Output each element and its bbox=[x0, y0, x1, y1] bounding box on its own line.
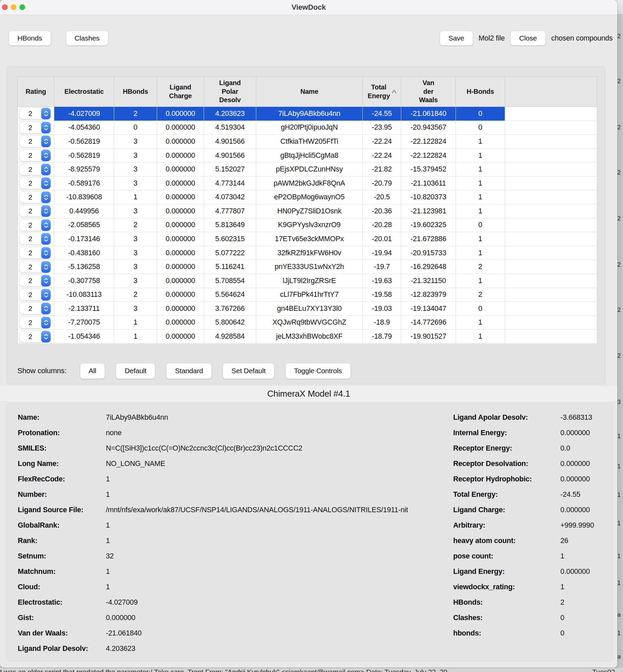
rating-control[interactable]: 2 bbox=[20, 205, 51, 217]
rating-control[interactable]: 2 bbox=[20, 192, 51, 203]
rating-stepper-icon[interactable] bbox=[41, 192, 51, 203]
rating-control[interactable]: 2 bbox=[20, 108, 51, 119]
table-row[interactable]: 2-0.58917630.0000004.773144pAWM2bkGJdkF8… bbox=[18, 177, 597, 191]
column-header-van-der-waals[interactable]: Van der Waals bbox=[401, 77, 456, 107]
rating-stepper-icon[interactable] bbox=[41, 261, 51, 273]
rating-stepper-icon[interactable] bbox=[41, 220, 51, 231]
table-row[interactable]: 2-10.08311320.0000005.564624cLl7FbPk41hr… bbox=[18, 288, 597, 302]
table-row[interactable]: 2-4.02700920.0000004.2036237iLAby9ABkb6u… bbox=[18, 107, 597, 121]
rating-value: 2 bbox=[20, 207, 41, 215]
detail-value: 1 bbox=[106, 567, 110, 576]
rating-control[interactable]: 2 bbox=[20, 136, 51, 147]
table-row[interactable]: 2-0.17314630.0000005.60231517ETv65e3ckMM… bbox=[18, 232, 597, 246]
detail-label: viewdockx_rating: bbox=[453, 583, 560, 591]
close-button[interactable]: Close bbox=[510, 31, 545, 46]
rating-control[interactable]: 2 bbox=[20, 164, 51, 175]
table-row[interactable]: 2-2.05856520.0000005.813649K9GPYyslv3xnz… bbox=[18, 218, 597, 233]
rating-stepper-icon[interactable] bbox=[41, 136, 51, 147]
hbonds-button[interactable]: HBonds bbox=[9, 31, 51, 46]
rating-stepper-icon[interactable] bbox=[41, 331, 51, 342]
detail-label: pose count: bbox=[453, 552, 560, 560]
cell: 4.519304 bbox=[204, 121, 256, 135]
detail-label: Internal Energy: bbox=[453, 429, 560, 437]
table-row[interactable]: 2-5.13625830.0000005.116241pnYE333US1wNx… bbox=[18, 260, 597, 274]
cell: 0.000000 bbox=[157, 163, 204, 176]
rating-control[interactable]: 2 bbox=[20, 261, 51, 273]
detail-label: Ligand Charge: bbox=[453, 506, 560, 514]
rating-stepper-icon[interactable] bbox=[41, 289, 51, 300]
detail-label: Gist: bbox=[18, 614, 106, 622]
default-button[interactable]: Default bbox=[116, 363, 155, 379]
rating-control[interactable]: 2 bbox=[20, 122, 51, 133]
standard-button[interactable]: Standard bbox=[166, 363, 212, 379]
rating-control[interactable]: 2 bbox=[20, 220, 51, 231]
cell: 3 bbox=[114, 135, 157, 148]
column-header-hbonds[interactable]: HBonds bbox=[114, 77, 157, 107]
column-header-name[interactable]: Name bbox=[256, 77, 363, 107]
table-row[interactable]: 20.44995630.0000004.777807HN0PyZ7SliD1Os… bbox=[18, 204, 597, 218]
table-row[interactable]: 2-0.30775830.0000005.708554lJjLT9l2IrgZR… bbox=[18, 274, 597, 288]
detail-row: Receptor Energy:0.0 bbox=[453, 440, 611, 456]
table-row[interactable]: 2-1.05434610.0000004.928584jeLM33xhBWobc… bbox=[18, 330, 597, 344]
table-row[interactable]: 2-0.56281930.0000004.901566CtfkiaTHW205F… bbox=[18, 135, 597, 149]
column-header-ligand-charge[interactable]: Ligand Charge bbox=[157, 77, 204, 107]
cell: 0.000000 bbox=[157, 274, 204, 288]
clashes-button[interactable]: Clashes bbox=[66, 31, 108, 46]
set-default-button[interactable]: Set Default bbox=[223, 363, 274, 379]
rating-control[interactable]: 2 bbox=[20, 317, 51, 328]
table-row[interactable]: 2-0.43816030.0000005.07722232fkRZf91kFW6… bbox=[18, 246, 597, 260]
cell: 2 bbox=[114, 218, 157, 232]
table-row[interactable]: 2-10.83960810.0000004.073042eP2OBpMog6wa… bbox=[18, 190, 597, 204]
cell: pnYE333US1wNxY2h bbox=[256, 260, 363, 274]
rating-stepper-icon[interactable] bbox=[41, 247, 51, 259]
rating-stepper-icon[interactable] bbox=[41, 150, 51, 161]
rating-stepper-icon[interactable] bbox=[41, 164, 51, 175]
cell: -19.63 bbox=[363, 274, 401, 288]
rating-stepper-icon[interactable] bbox=[41, 178, 51, 189]
rating-control[interactable]: 2 bbox=[20, 331, 51, 342]
detail-value: +999.9990 bbox=[560, 521, 594, 530]
cell: 1 bbox=[114, 190, 157, 204]
detail-value: 1 bbox=[560, 552, 564, 560]
column-header-h-bonds[interactable]: H-Bonds bbox=[456, 77, 505, 107]
detail-row: FlexRecCode:1 bbox=[18, 471, 451, 487]
column-header-ligand-polar-desolv[interactable]: Ligand Polar Desolv bbox=[204, 77, 256, 107]
rating-control[interactable]: 2 bbox=[20, 247, 51, 259]
rating-stepper-icon[interactable] bbox=[41, 275, 51, 286]
cell: -0.589176 bbox=[54, 177, 114, 190]
column-header-electrostatic[interactable]: Electrostatic bbox=[54, 77, 114, 107]
toggle-controls-button[interactable]: Toggle Controls bbox=[286, 363, 351, 379]
detail-label: Van der Waals: bbox=[18, 629, 106, 638]
detail-value: none bbox=[106, 429, 122, 437]
detail-row: Receptor Hydrophobic:0.000000 bbox=[453, 471, 611, 487]
cell: 1 bbox=[456, 149, 505, 163]
table-row[interactable]: 2-8.92557930.0000005.152027pEjsXPDLCZunH… bbox=[18, 163, 597, 177]
cell: XQJwRq9tbWVGCGhZ bbox=[256, 316, 363, 330]
rating-control[interactable]: 2 bbox=[20, 178, 51, 189]
cell: 3 bbox=[114, 232, 157, 246]
detail-row: Cloud:1 bbox=[18, 579, 451, 594]
rating-stepper-icon[interactable] bbox=[41, 317, 51, 328]
rating-control[interactable]: 2 bbox=[20, 233, 51, 244]
rating-control[interactable]: 2 bbox=[20, 303, 51, 314]
rating-stepper-icon[interactable] bbox=[41, 108, 51, 119]
table-row[interactable]: 2-2.13371130.0000003.767266gn4BELu7XY13Y… bbox=[18, 302, 597, 316]
cell: 0.000000 bbox=[157, 204, 204, 218]
rating-control[interactable]: 2 bbox=[20, 275, 51, 286]
rating-stepper-icon[interactable] bbox=[41, 303, 51, 314]
rating-control[interactable]: 2 bbox=[20, 289, 51, 300]
rating-control[interactable]: 2 bbox=[20, 150, 51, 161]
rating-stepper-icon[interactable] bbox=[41, 233, 51, 244]
detail-value: 0.000000 bbox=[106, 614, 135, 622]
rating-stepper-icon[interactable] bbox=[41, 122, 51, 133]
rating-stepper-icon[interactable] bbox=[41, 205, 51, 217]
table-row[interactable]: 2-4.05436000.0000004.519304gH20fPtj0ipuo… bbox=[18, 121, 597, 135]
detail-label: FlexRecCode: bbox=[18, 475, 106, 484]
column-header-total-energy[interactable]: Total Energy^ bbox=[363, 77, 401, 107]
all-button[interactable]: All bbox=[80, 363, 105, 379]
column-header-rating[interactable]: Rating bbox=[18, 77, 54, 107]
table-row[interactable]: 2-7.27007510.0000005.800642XQJwRq9tbWVGC… bbox=[18, 316, 597, 330]
table-row[interactable]: 2-0.56281930.0000004.901566gBtqJjHcli5Cg… bbox=[18, 149, 597, 163]
detail-label: Setnum: bbox=[18, 552, 106, 560]
save-button[interactable]: Save bbox=[440, 31, 473, 46]
